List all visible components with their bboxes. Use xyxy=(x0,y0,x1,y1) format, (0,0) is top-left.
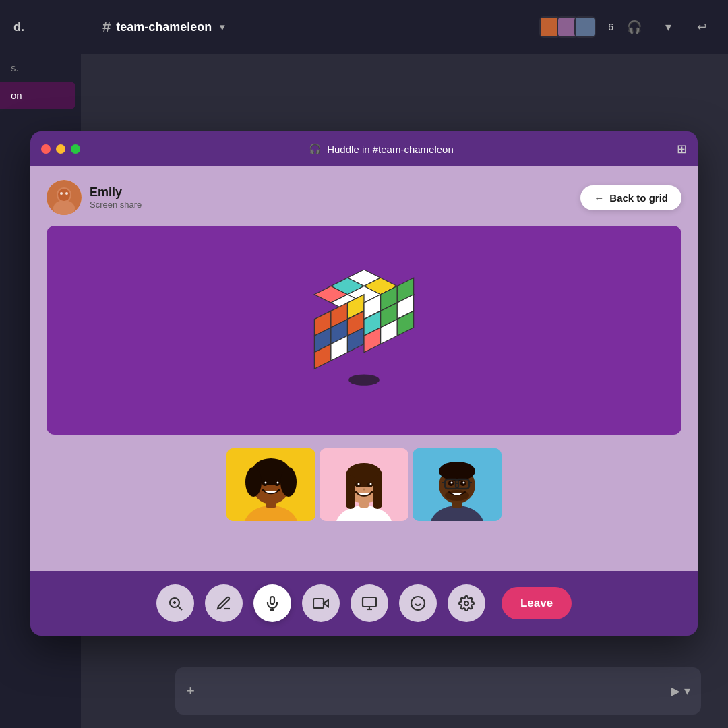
screen-share-area xyxy=(47,226,681,435)
participants-row xyxy=(47,448,681,521)
participant-2-face xyxy=(320,448,408,521)
top-bar-right: 6 🎧 ▾ ↩ xyxy=(539,14,715,40)
svg-point-5 xyxy=(65,192,68,195)
member-count: 6 xyxy=(608,22,613,32)
avatar-3 xyxy=(574,16,596,38)
attachment-button[interactable]: + xyxy=(186,682,195,700)
zoom-button[interactable] xyxy=(156,584,194,622)
participant-3-face xyxy=(413,448,502,521)
participant-2 xyxy=(320,448,408,521)
emoji-icon xyxy=(410,595,426,611)
close-button[interactable] xyxy=(41,144,51,154)
draw-button[interactable] xyxy=(205,584,243,622)
svg-point-56 xyxy=(363,489,365,491)
svg-point-40 xyxy=(280,467,297,497)
video-icon xyxy=(313,595,329,611)
window-expand-icon[interactable]: ⊞ xyxy=(677,142,687,156)
svg-rect-81 xyxy=(363,597,376,607)
dropdown-button[interactable]: ▾ xyxy=(655,14,681,40)
video-button[interactable] xyxy=(302,584,340,622)
svg-line-73 xyxy=(178,607,182,611)
control-bar: Leave xyxy=(30,571,698,636)
screen-icon xyxy=(361,595,377,611)
presenter-name: Emily xyxy=(90,185,142,200)
gear-icon xyxy=(458,595,475,611)
send-button-area[interactable]: ▶ ▾ xyxy=(671,684,690,698)
traffic-lights xyxy=(41,144,80,154)
presenter-screen-share-label: Screen share xyxy=(90,200,142,210)
share-button[interactable]: ↩ xyxy=(689,14,715,40)
maximize-button[interactable] xyxy=(71,144,80,154)
sidebar-item-1[interactable]: s. xyxy=(0,54,81,82)
svg-point-54 xyxy=(358,483,360,485)
headphone-icon: 🎧 xyxy=(309,143,322,155)
top-bar: d. # team-chameleon ▾ 6 🎧 ▾ ↩ xyxy=(0,0,728,54)
participant-3 xyxy=(413,448,502,521)
pencil-icon xyxy=(216,595,232,611)
svg-rect-50 xyxy=(346,475,355,509)
back-arrow-icon: ← xyxy=(594,192,604,204)
svg-point-66 xyxy=(463,482,465,484)
svg-point-43 xyxy=(265,482,267,484)
svg-point-87 xyxy=(464,601,468,605)
svg-point-55 xyxy=(370,483,372,485)
send-chevron-icon[interactable]: ▾ xyxy=(684,684,690,698)
titlebar-center: 🎧 Huddle in #team-chameleon xyxy=(92,143,670,155)
settings-button[interactable] xyxy=(448,584,485,622)
mic-button[interactable] xyxy=(253,584,291,622)
message-input-area: + ▶ ▾ xyxy=(175,667,701,715)
rubiks-cube-svg xyxy=(303,270,425,391)
leave-button[interactable]: Leave xyxy=(502,587,572,619)
emoji-button[interactable] xyxy=(399,584,437,622)
mic-icon xyxy=(264,595,280,611)
avatar-face-svg xyxy=(47,180,82,215)
huddle-title: Huddle in #team-chameleon xyxy=(327,144,454,155)
window-titlebar: 🎧 Huddle in #team-chameleon ⊞ xyxy=(30,131,698,166)
svg-point-61 xyxy=(439,462,475,481)
presenter-info: Emily Screen share xyxy=(47,180,142,215)
screen-share-button[interactable] xyxy=(351,584,388,622)
participant-1 xyxy=(226,448,315,521)
channel-title-area[interactable]: # team-chameleon ▾ xyxy=(102,18,224,36)
svg-point-44 xyxy=(277,482,279,484)
minimize-button[interactable] xyxy=(56,144,65,154)
presenter-avatar xyxy=(47,180,82,215)
workspace-name: d. xyxy=(13,20,24,34)
send-icon[interactable]: ▶ xyxy=(671,684,680,698)
svg-point-4 xyxy=(60,192,63,195)
svg-point-3 xyxy=(58,189,70,201)
svg-point-33 xyxy=(348,374,380,385)
presenter-text: Emily Screen share xyxy=(90,185,142,210)
sidebar-item-2[interactable]: on xyxy=(0,82,75,109)
search-icon xyxy=(167,595,183,611)
svg-point-65 xyxy=(451,482,453,484)
headphone-button[interactable]: 🎧 xyxy=(621,14,647,40)
presenter-header: Emily Screen share ← Back to grid xyxy=(47,180,681,215)
svg-rect-51 xyxy=(373,475,382,509)
hash-icon: # xyxy=(102,18,111,36)
channel-name: team-chameleon xyxy=(116,20,212,34)
back-to-grid-button[interactable]: ← Back to grid xyxy=(580,185,681,210)
back-to-grid-label: Back to grid xyxy=(609,192,668,204)
svg-point-84 xyxy=(411,597,425,610)
svg-rect-76 xyxy=(270,597,274,604)
avatar-stack xyxy=(539,16,596,38)
chevron-down-icon[interactable]: ▾ xyxy=(220,22,224,32)
svg-rect-80 xyxy=(313,599,324,608)
huddle-window: 🎧 Huddle in #team-chameleon ⊞ xyxy=(30,131,698,636)
huddle-content: Emily Screen share ← Back to grid xyxy=(30,166,698,571)
svg-point-39 xyxy=(245,467,262,497)
participant-1-face xyxy=(226,448,315,521)
